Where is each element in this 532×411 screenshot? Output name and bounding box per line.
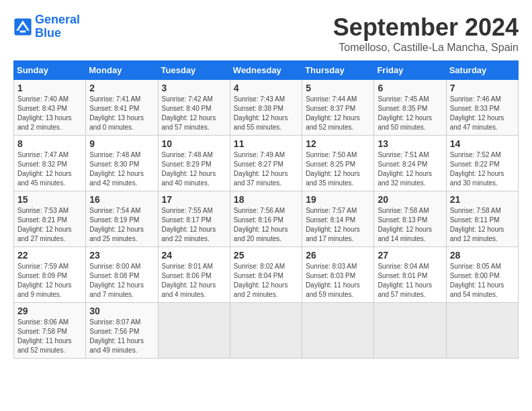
day-info: Sunrise: 7:59 AMSunset: 8:09 PMDaylight:… bbox=[17, 262, 82, 300]
calendar-cell bbox=[158, 303, 230, 359]
month-title: September 2024 bbox=[333, 13, 519, 42]
day-info: Sunrise: 7:43 AMSunset: 8:38 PMDaylight:… bbox=[234, 95, 298, 132]
calendar-cell: 18 Sunrise: 7:56 AMSunset: 8:16 PMDaylig… bbox=[230, 191, 302, 247]
day-info: Sunrise: 7:49 AMSunset: 8:27 PMDaylight:… bbox=[234, 150, 298, 188]
day-number: 7 bbox=[450, 83, 515, 93]
calendar-cell: 24 Sunrise: 8:01 AMSunset: 8:06 PMDaylig… bbox=[158, 247, 230, 303]
day-info: Sunrise: 7:41 AMSunset: 8:41 PMDaylight:… bbox=[89, 95, 154, 132]
calendar-cell: 15 Sunrise: 7:53 AMSunset: 8:21 PMDaylig… bbox=[14, 191, 86, 247]
day-number: 23 bbox=[89, 250, 154, 261]
calendar-cell: 16 Sunrise: 7:54 AMSunset: 8:19 PMDaylig… bbox=[86, 191, 158, 247]
day-info: Sunrise: 7:44 AMSunset: 8:37 PMDaylight:… bbox=[306, 95, 370, 132]
calendar-cell: 22 Sunrise: 7:59 AMSunset: 8:09 PMDaylig… bbox=[14, 247, 86, 303]
day-number: 25 bbox=[234, 250, 298, 261]
day-info: Sunrise: 7:42 AMSunset: 8:40 PMDaylight:… bbox=[162, 95, 226, 132]
day-number: 3 bbox=[162, 83, 226, 93]
calendar-cell: 3 Sunrise: 7:42 AMSunset: 8:40 PMDayligh… bbox=[158, 80, 230, 136]
weekday-header-friday: Friday bbox=[374, 61, 446, 80]
day-number: 20 bbox=[378, 194, 442, 205]
day-number: 11 bbox=[234, 138, 298, 149]
calendar-cell: 9 Sunrise: 7:48 AMSunset: 8:30 PMDayligh… bbox=[86, 136, 158, 191]
day-info: Sunrise: 7:58 AMSunset: 8:11 PMDaylight:… bbox=[450, 206, 515, 244]
page-header: General Blue September 2024 Tomelloso, C… bbox=[13, 13, 519, 54]
calendar-cell: 25 Sunrise: 8:02 AMSunset: 8:04 PMDaylig… bbox=[230, 247, 302, 303]
day-number: 22 bbox=[17, 250, 82, 261]
day-number: 12 bbox=[306, 138, 370, 149]
day-info: Sunrise: 8:05 AMSunset: 8:00 PMDaylight:… bbox=[450, 262, 515, 300]
day-info: Sunrise: 8:02 AMSunset: 8:04 PMDaylight:… bbox=[234, 262, 298, 300]
calendar-cell: 21 Sunrise: 7:58 AMSunset: 8:11 PMDaylig… bbox=[446, 191, 518, 247]
calendar-cell: 20 Sunrise: 7:58 AMSunset: 8:13 PMDaylig… bbox=[374, 191, 446, 247]
day-number: 28 bbox=[450, 250, 515, 261]
calendar-cell: 7 Sunrise: 7:46 AMSunset: 8:33 PMDayligh… bbox=[446, 80, 518, 136]
day-number: 14 bbox=[450, 138, 515, 149]
calendar-cell: 6 Sunrise: 7:45 AMSunset: 8:35 PMDayligh… bbox=[374, 80, 446, 136]
day-number: 18 bbox=[234, 194, 298, 205]
calendar-cell: 26 Sunrise: 8:03 AMSunset: 8:03 PMDaylig… bbox=[302, 247, 374, 303]
day-number: 30 bbox=[89, 306, 154, 316]
day-number: 15 bbox=[17, 194, 82, 205]
calendar-cell: 10 Sunrise: 7:48 AMSunset: 8:29 PMDaylig… bbox=[158, 136, 230, 191]
day-number: 21 bbox=[450, 194, 515, 205]
day-info: Sunrise: 8:04 AMSunset: 8:01 PMDaylight:… bbox=[378, 262, 442, 300]
logo-icon bbox=[13, 17, 32, 36]
day-number: 13 bbox=[378, 138, 442, 149]
calendar-week-3: 15 Sunrise: 7:53 AMSunset: 8:21 PMDaylig… bbox=[14, 191, 519, 247]
calendar-cell: 19 Sunrise: 7:57 AMSunset: 8:14 PMDaylig… bbox=[302, 191, 374, 247]
weekday-header-thursday: Thursday bbox=[302, 61, 374, 80]
day-number: 19 bbox=[306, 194, 370, 205]
calendar-cell: 4 Sunrise: 7:43 AMSunset: 8:38 PMDayligh… bbox=[230, 80, 302, 136]
calendar-cell: 30 Sunrise: 8:07 AMSunset: 7:56 PMDaylig… bbox=[86, 303, 158, 359]
calendar-cell: 29 Sunrise: 8:06 AMSunset: 7:58 PMDaylig… bbox=[14, 303, 86, 359]
calendar-cell: 13 Sunrise: 7:51 AMSunset: 8:24 PMDaylig… bbox=[374, 136, 446, 191]
calendar-cell: 23 Sunrise: 8:00 AMSunset: 8:08 PMDaylig… bbox=[86, 247, 158, 303]
day-info: Sunrise: 7:48 AMSunset: 8:30 PMDaylight:… bbox=[89, 150, 154, 188]
day-info: Sunrise: 7:53 AMSunset: 8:21 PMDaylight:… bbox=[17, 206, 82, 244]
calendar-cell: 17 Sunrise: 7:55 AMSunset: 8:17 PMDaylig… bbox=[158, 191, 230, 247]
calendar-cell: 28 Sunrise: 8:05 AMSunset: 8:00 PMDaylig… bbox=[446, 247, 518, 303]
day-info: Sunrise: 7:46 AMSunset: 8:33 PMDaylight:… bbox=[450, 95, 515, 132]
weekday-header-row: SundayMondayTuesdayWednesdayThursdayFrid… bbox=[14, 61, 519, 80]
calendar-cell: 11 Sunrise: 7:49 AMSunset: 8:27 PMDaylig… bbox=[230, 136, 302, 191]
day-number: 17 bbox=[162, 194, 226, 205]
day-info: Sunrise: 7:56 AMSunset: 8:16 PMDaylight:… bbox=[234, 206, 298, 244]
day-info: Sunrise: 7:55 AMSunset: 8:17 PMDaylight:… bbox=[162, 206, 226, 244]
day-info: Sunrise: 7:58 AMSunset: 8:13 PMDaylight:… bbox=[378, 206, 442, 244]
weekday-header-saturday: Saturday bbox=[446, 61, 518, 80]
weekday-header-tuesday: Tuesday bbox=[158, 61, 230, 80]
title-block: September 2024 Tomelloso, Castille-La Ma… bbox=[333, 13, 519, 54]
day-info: Sunrise: 7:45 AMSunset: 8:35 PMDaylight:… bbox=[378, 95, 442, 132]
calendar-cell: 14 Sunrise: 7:52 AMSunset: 8:22 PMDaylig… bbox=[446, 136, 518, 191]
logo-text: General Blue bbox=[35, 13, 80, 40]
day-info: Sunrise: 7:40 AMSunset: 8:43 PMDaylight:… bbox=[17, 95, 82, 132]
day-info: Sunrise: 7:57 AMSunset: 8:14 PMDaylight:… bbox=[306, 206, 370, 244]
day-number: 26 bbox=[306, 250, 370, 261]
calendar-cell bbox=[446, 303, 518, 359]
weekday-header-monday: Monday bbox=[86, 61, 158, 80]
logo: General Blue bbox=[13, 13, 80, 40]
day-info: Sunrise: 7:50 AMSunset: 8:25 PMDaylight:… bbox=[306, 150, 370, 188]
day-number: 8 bbox=[17, 138, 82, 149]
calendar-cell: 12 Sunrise: 7:50 AMSunset: 8:25 PMDaylig… bbox=[302, 136, 374, 191]
calendar-week-2: 8 Sunrise: 7:47 AMSunset: 8:32 PMDayligh… bbox=[14, 136, 519, 191]
day-number: 2 bbox=[89, 83, 154, 93]
day-info: Sunrise: 7:52 AMSunset: 8:22 PMDaylight:… bbox=[450, 150, 515, 188]
calendar-cell bbox=[302, 303, 374, 359]
day-info: Sunrise: 8:01 AMSunset: 8:06 PMDaylight:… bbox=[162, 262, 226, 300]
day-info: Sunrise: 8:07 AMSunset: 7:56 PMDaylight:… bbox=[89, 318, 154, 355]
day-number: 6 bbox=[378, 83, 442, 93]
day-info: Sunrise: 8:06 AMSunset: 7:58 PMDaylight:… bbox=[17, 318, 82, 355]
calendar-cell bbox=[374, 303, 446, 359]
day-number: 10 bbox=[162, 138, 226, 149]
calendar-week-5: 29 Sunrise: 8:06 AMSunset: 7:58 PMDaylig… bbox=[14, 303, 519, 359]
calendar-cell: 27 Sunrise: 8:04 AMSunset: 8:01 PMDaylig… bbox=[374, 247, 446, 303]
day-number: 4 bbox=[234, 83, 298, 93]
day-number: 24 bbox=[162, 250, 226, 261]
calendar-table: SundayMondayTuesdayWednesdayThursdayFrid… bbox=[13, 60, 519, 359]
location-subtitle: Tomelloso, Castille-La Mancha, Spain bbox=[333, 42, 519, 54]
calendar-cell: 8 Sunrise: 7:47 AMSunset: 8:32 PMDayligh… bbox=[14, 136, 86, 191]
day-info: Sunrise: 8:00 AMSunset: 8:08 PMDaylight:… bbox=[89, 262, 154, 300]
svg-rect-3 bbox=[20, 30, 26, 32]
day-number: 16 bbox=[89, 194, 154, 205]
day-info: Sunrise: 7:47 AMSunset: 8:32 PMDaylight:… bbox=[17, 150, 82, 188]
